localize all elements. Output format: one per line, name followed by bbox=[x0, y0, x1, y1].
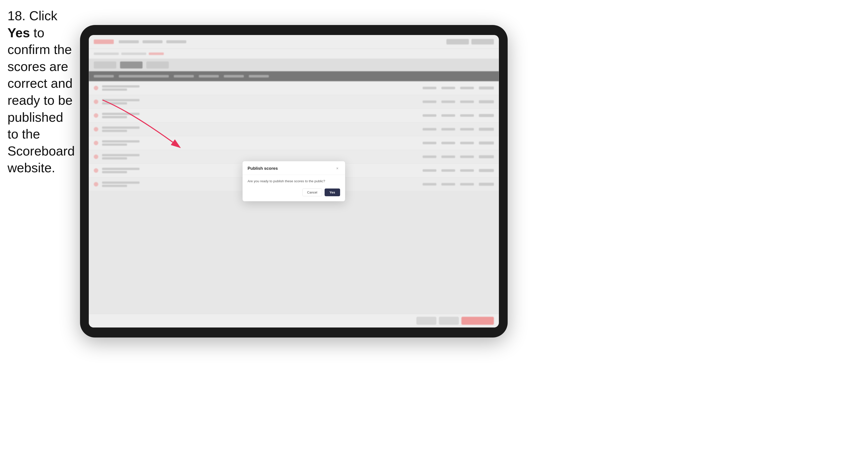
cancel-button[interactable]: Cancel bbox=[302, 188, 322, 196]
dialog-header: Publish scores × bbox=[243, 161, 345, 175]
dialog-overlay: Publish scores × Are you ready to publis… bbox=[89, 35, 499, 328]
tablet-device: Publish scores × Are you ready to publis… bbox=[80, 25, 508, 338]
publish-scores-dialog: Publish scores × Are you ready to publis… bbox=[243, 161, 345, 201]
dialog-message: Are you ready to publish these scores to… bbox=[248, 179, 340, 184]
dialog-close-button[interactable]: × bbox=[335, 166, 340, 171]
instruction-bold: Yes bbox=[7, 26, 30, 40]
tablet-screen: Publish scores × Are you ready to publis… bbox=[89, 35, 499, 328]
dialog-actions: Cancel Yes bbox=[248, 188, 340, 196]
instruction-text: 18. Click Yes to confirm the scores are … bbox=[7, 7, 78, 177]
step-number: 18. bbox=[7, 8, 26, 23]
yes-button[interactable]: Yes bbox=[324, 188, 340, 196]
dialog-body: Are you ready to publish these scores to… bbox=[243, 175, 345, 201]
dialog-title: Publish scores bbox=[248, 166, 278, 171]
